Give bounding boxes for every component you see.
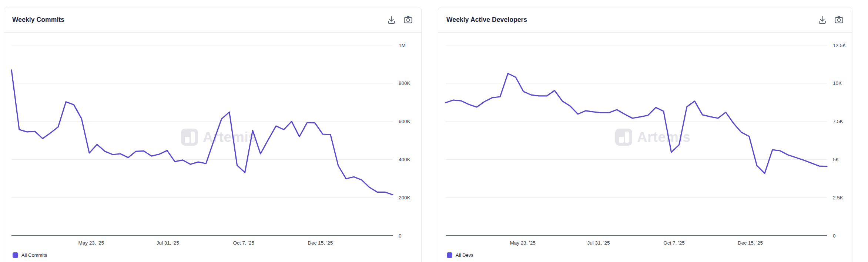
svg-text:May 23, '25: May 23, '25: [510, 240, 535, 246]
svg-text:7.5K: 7.5K: [833, 119, 843, 124]
commits-chart-canvas: 1M800K600K400K200K0May 23, '25Jul 31, '2…: [4, 33, 419, 262]
camera-icon: [403, 15, 413, 25]
dashboard-page: { "page": { "background": "#ffffff" }, "…: [0, 0, 868, 262]
svg-text:Oct 7, '25: Oct 7, '25: [233, 240, 254, 246]
svg-text:Artemis: Artemis: [203, 129, 257, 145]
weekly-commits-card: Weekly Commits 1M800K600K400K200K0May 23…: [4, 7, 422, 262]
svg-text:0: 0: [833, 233, 836, 239]
weekly-active-developers-card: Weekly Active Developers 12.5K10K7.5K5K2…: [438, 7, 852, 262]
svg-text:5K: 5K: [833, 157, 839, 162]
legend-label: All Commits: [21, 252, 47, 258]
artemis-watermark: Artemis: [181, 129, 257, 146]
svg-text:Jul 31, '25: Jul 31, '25: [157, 240, 179, 246]
svg-text:1M: 1M: [399, 43, 406, 48]
chart-title: Weekly Active Developers: [446, 16, 527, 24]
download-icon: [817, 15, 827, 25]
svg-text:Dec 15, '25: Dec 15, '25: [308, 240, 333, 246]
chart-title: Weekly Commits: [12, 16, 64, 24]
legend-swatch: [447, 252, 452, 258]
svg-text:200K: 200K: [399, 195, 410, 200]
legend-swatch: [13, 252, 18, 258]
svg-text:600K: 600K: [399, 119, 410, 124]
svg-text:0: 0: [399, 233, 402, 239]
svg-text:Oct 7, '25: Oct 7, '25: [663, 240, 684, 246]
svg-text:Artemis: Artemis: [637, 129, 691, 145]
card-header: Weekly Commits: [4, 7, 421, 33]
screenshot-button[interactable]: [403, 15, 413, 25]
download-icon: [386, 15, 396, 25]
legend: All Commits: [13, 252, 47, 258]
svg-text:400K: 400K: [399, 157, 410, 162]
svg-text:Dec 15, '25: Dec 15, '25: [738, 240, 763, 246]
download-button[interactable]: [817, 15, 827, 25]
card-header: Weekly Active Developers: [438, 7, 852, 33]
download-button[interactable]: [386, 15, 396, 25]
svg-text:10K: 10K: [833, 80, 842, 86]
svg-text:800K: 800K: [399, 80, 410, 86]
legend-label: All Devs: [456, 252, 473, 258]
svg-text:May 23, '25: May 23, '25: [78, 240, 104, 246]
devs-chart-canvas: 12.5K10K7.5K5K2.5K0May 23, '25Jul 31, '2…: [438, 33, 853, 262]
chart-toolbar: [817, 15, 844, 25]
legend: All Devs: [447, 252, 473, 258]
svg-text:Jul 31, '25: Jul 31, '25: [587, 240, 610, 246]
svg-text:2.5K: 2.5K: [833, 195, 843, 200]
camera-icon: [834, 15, 844, 25]
chart-toolbar: [386, 15, 413, 25]
svg-text:12.5K: 12.5K: [833, 43, 846, 48]
screenshot-button[interactable]: [834, 15, 844, 25]
